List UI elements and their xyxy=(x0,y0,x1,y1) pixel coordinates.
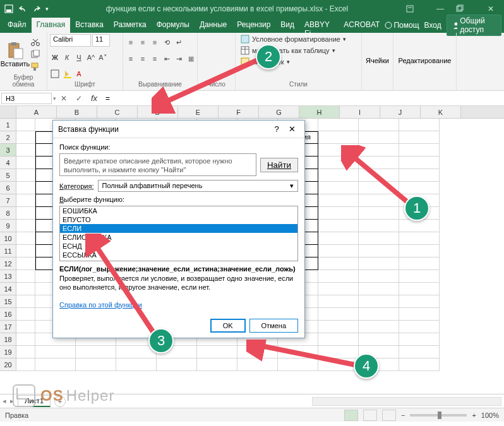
cell[interactable] xyxy=(16,119,35,131)
cell[interactable] xyxy=(359,308,399,321)
row-header[interactable]: 14 xyxy=(0,283,16,295)
cell[interactable] xyxy=(16,333,35,346)
cell[interactable] xyxy=(157,358,197,371)
cell[interactable] xyxy=(35,346,76,358)
row-header[interactable]: 10 xyxy=(0,232,16,245)
increase-font-icon[interactable]: A^ xyxy=(86,52,96,63)
row-header[interactable]: 7 xyxy=(0,194,16,207)
find-button[interactable]: Найти xyxy=(260,158,298,172)
category-select[interactable]: Полный алфавитный перечень▾ xyxy=(98,180,299,192)
cell[interactable] xyxy=(359,333,399,346)
cell[interactable] xyxy=(359,283,399,295)
dialog-help-icon[interactable]: ? xyxy=(269,124,284,134)
align-mid-icon[interactable]: ≡ xyxy=(138,37,148,48)
cell[interactable] xyxy=(399,119,440,131)
cell[interactable] xyxy=(76,358,116,371)
dialog-titlebar[interactable]: Вставка функции ? ✕ xyxy=(53,121,304,138)
cell[interactable] xyxy=(399,321,440,333)
row-header[interactable]: 11 xyxy=(0,245,16,257)
cell[interactable] xyxy=(318,270,359,283)
tab-acrobat[interactable]: ACROBAT xyxy=(339,18,385,33)
editing-button[interactable]: Редактирование xyxy=(399,57,452,64)
function-list-item[interactable]: ЕПУСТО xyxy=(60,215,297,224)
cell[interactable] xyxy=(359,232,399,245)
align-top-icon[interactable]: ≡ xyxy=(126,37,136,48)
zoom-value[interactable]: 100% xyxy=(481,411,499,419)
cell[interactable] xyxy=(399,283,440,295)
cell[interactable] xyxy=(399,245,440,257)
cell[interactable] xyxy=(318,245,359,257)
row-header[interactable]: 1 xyxy=(0,119,16,131)
row-header[interactable]: 19 xyxy=(0,346,16,358)
cell[interactable] xyxy=(16,245,35,257)
row-header[interactable]: 3 xyxy=(0,144,16,157)
cell[interactable] xyxy=(16,308,35,321)
cell[interactable] xyxy=(197,358,237,371)
row-header[interactable]: 4 xyxy=(0,157,16,169)
col-header[interactable]: I xyxy=(340,106,380,118)
view-pagebreak-icon[interactable] xyxy=(382,410,396,421)
cell[interactable] xyxy=(399,270,440,283)
cell[interactable] xyxy=(399,295,440,308)
col-header[interactable]: H xyxy=(299,106,340,118)
cancel-button[interactable]: Отмена xyxy=(249,319,298,333)
cell[interactable] xyxy=(16,182,35,194)
format-painter-icon[interactable] xyxy=(30,62,42,72)
conditional-format-button[interactable]: Условное форматирование▾ xyxy=(238,34,349,44)
tab-review[interactable]: Рецензир xyxy=(232,18,275,33)
font-size-select[interactable]: 11 xyxy=(92,34,110,47)
cell[interactable] xyxy=(399,346,440,358)
fill-color-icon[interactable] xyxy=(62,68,72,80)
cell[interactable] xyxy=(359,207,399,220)
fx-button[interactable]: fx xyxy=(87,93,102,103)
col-header[interactable]: C xyxy=(97,106,138,118)
font-name-select[interactable]: Calibri xyxy=(50,34,91,47)
name-box[interactable]: H3 xyxy=(1,93,52,104)
tab-data[interactable]: Данные xyxy=(195,18,232,33)
sheet-nav-prev-icon[interactable]: ◂ xyxy=(3,397,6,405)
minimize-icon[interactable]: — xyxy=(431,4,450,13)
horizontal-scrollbar[interactable] xyxy=(312,397,501,406)
cell[interactable] xyxy=(16,207,35,220)
wrap-text-icon[interactable]: ↵ xyxy=(174,37,184,48)
cell[interactable] xyxy=(318,119,359,131)
cell[interactable] xyxy=(318,232,359,245)
zoom-out-icon[interactable]: − xyxy=(401,411,405,419)
align-left-icon[interactable]: ≡ xyxy=(126,53,136,64)
tab-home[interactable]: Главная xyxy=(32,18,71,33)
row-header[interactable]: 20 xyxy=(0,358,16,371)
align-bot-icon[interactable]: ≡ xyxy=(150,37,160,48)
decrease-font-icon[interactable]: A˅ xyxy=(98,52,108,63)
col-header[interactable]: K xyxy=(421,106,461,118)
cell[interactable] xyxy=(16,346,35,358)
tab-abbyy[interactable]: ABBYY Fi xyxy=(299,18,339,33)
view-layout-icon[interactable] xyxy=(363,410,377,421)
format-table-button[interactable]: матировать как таблицу▾ xyxy=(238,45,338,56)
row-header[interactable]: 13 xyxy=(0,270,16,283)
zoom-in-icon[interactable]: + xyxy=(472,411,476,419)
row-header[interactable]: 2 xyxy=(0,131,16,144)
font-color-icon[interactable]: A xyxy=(74,68,84,80)
cell[interactable] xyxy=(16,257,35,270)
search-description-input[interactable]: Введите краткое описание действия, котор… xyxy=(59,153,256,176)
signin-link[interactable]: Вход xyxy=(424,21,441,30)
align-center-icon[interactable]: ≡ xyxy=(138,53,148,64)
cell[interactable] xyxy=(359,270,399,283)
close-icon[interactable]: ✕ xyxy=(481,4,500,13)
cell[interactable] xyxy=(16,270,35,283)
redo-icon[interactable] xyxy=(32,4,42,14)
cell[interactable] xyxy=(359,220,399,232)
cell[interactable] xyxy=(197,346,237,358)
orientation-icon[interactable]: ⟲ xyxy=(162,37,172,48)
copy-icon[interactable] xyxy=(30,50,42,60)
row-header[interactable]: 12 xyxy=(0,257,16,270)
tell-me-icon[interactable]: Помощ xyxy=(385,21,419,30)
cell[interactable] xyxy=(359,295,399,308)
cell[interactable] xyxy=(399,308,440,321)
col-header[interactable]: J xyxy=(380,106,421,118)
cell[interactable] xyxy=(35,358,76,371)
cell[interactable] xyxy=(399,333,440,346)
cell[interactable] xyxy=(16,169,35,182)
undo-icon[interactable] xyxy=(18,4,28,14)
row-header[interactable]: 8 xyxy=(0,207,16,220)
